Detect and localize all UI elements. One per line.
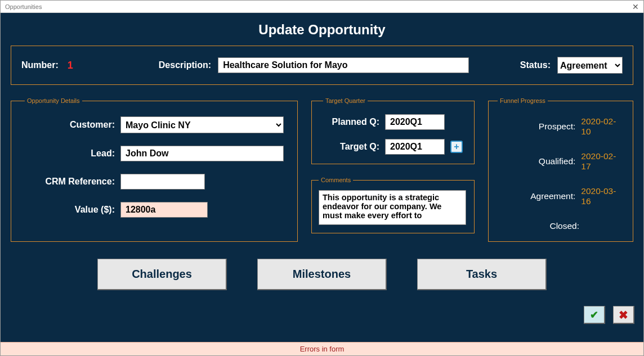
status-label: Status: — [520, 60, 551, 70]
target-quarter-legend: Target Quarter — [323, 97, 368, 104]
agreement-label: Agreement: — [498, 191, 581, 201]
description-input[interactable] — [218, 57, 469, 73]
comments-legend: Comments — [319, 177, 353, 183]
customer-select[interactable]: Mayo Clinic NY — [120, 116, 284, 133]
content: Update Opportunity Number: 1 Description… — [1, 13, 643, 342]
tasks-button[interactable]: Tasks — [417, 259, 547, 290]
closed-label: Closed: — [498, 221, 585, 231]
lead-label: Lead: — [25, 148, 120, 159]
window: Opportunities ✕ Update Opportunity Numbe… — [0, 0, 644, 356]
lead-input[interactable] — [120, 146, 284, 161]
funnel-progress-fieldset: Funnel Progress Prospect: 2020-02-10 Qua… — [488, 97, 633, 242]
mid-section: Opportunity Details Customer: Mayo Clini… — [11, 97, 633, 242]
check-icon: ✔ — [590, 309, 598, 321]
titlebar: Opportunities ✕ — [1, 1, 643, 13]
funnel-progress-legend: Funnel Progress — [498, 97, 548, 104]
cancel-button[interactable]: ✖ — [613, 306, 634, 324]
prospect-date: 2020-02-10 — [581, 116, 624, 137]
crm-reference-input[interactable] — [120, 174, 205, 190]
value-label: Value ($): — [25, 205, 120, 215]
error-bar: Errors in form — [1, 342, 643, 355]
target-quarter-fieldset: Target Quarter Planned Q: Target Q: + — [311, 97, 475, 164]
crm-label: CRM Reference: — [25, 177, 120, 187]
comments-fieldset: Comments — [311, 177, 475, 233]
opportunity-details-fieldset: Opportunity Details Customer: Mayo Clini… — [11, 97, 298, 242]
target-q-input[interactable] — [385, 139, 445, 155]
confirm-button[interactable]: ✔ — [584, 306, 605, 324]
page-title: Update Opportunity — [11, 22, 633, 38]
status-select[interactable]: Agreement — [557, 57, 623, 74]
number-value: 1 — [68, 60, 73, 71]
customer-label: Customer: — [25, 120, 120, 130]
bottom-actions: ✔ ✖ — [584, 306, 634, 324]
description-label: Description: — [159, 60, 211, 70]
close-icon[interactable]: ✕ — [630, 2, 641, 11]
right-column: Target Quarter Planned Q: Target Q: + Co… — [311, 97, 475, 242]
plus-icon[interactable]: + — [450, 141, 463, 153]
challenges-button[interactable]: Challenges — [97, 259, 227, 290]
qualified-date: 2020-02-17 — [581, 151, 624, 172]
qualified-label: Qualified: — [498, 156, 581, 166]
planned-q-label: Planned Q: — [323, 117, 385, 127]
window-title: Opportunities — [5, 3, 42, 10]
target-q-label: Target Q: — [323, 142, 385, 152]
planned-q-input[interactable] — [385, 114, 445, 130]
value-input[interactable] — [120, 202, 208, 218]
buttons-row: Challenges Milestones Tasks — [11, 259, 633, 290]
agreement-date: 2020-03-16 — [581, 186, 624, 206]
cross-icon: ✖ — [619, 308, 628, 322]
opportunity-details-legend: Opportunity Details — [25, 97, 82, 104]
milestones-button[interactable]: Milestones — [257, 259, 387, 290]
header-box: Number: 1 Description: Status: Agreement — [11, 46, 633, 85]
comments-textarea[interactable] — [319, 190, 466, 225]
number-label: Number: — [21, 60, 59, 70]
prospect-label: Prospect: — [498, 121, 581, 132]
